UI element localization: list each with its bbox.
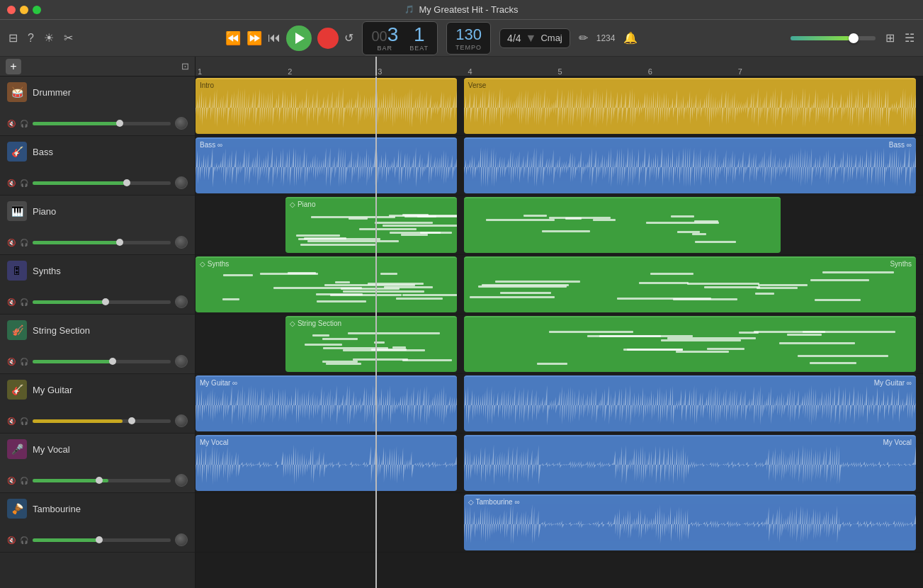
clip[interactable]: Synths: [464, 256, 916, 312]
headphones-button[interactable]: 🎧: [20, 536, 28, 544]
track-row-3[interactable]: ◇ SynthsSynths: [196, 255, 923, 315]
scissors-icon[interactable]: ✂: [64, 31, 73, 45]
master-volume-slider[interactable]: [791, 36, 876, 40]
add-track-button[interactable]: +: [6, 59, 21, 74]
clip-label: My Vocal: [883, 439, 912, 446]
track-row-2[interactable]: ◇ Piano: [196, 196, 923, 255]
play-button[interactable]: [286, 26, 312, 51]
mute-button[interactable]: 🔇: [7, 417, 16, 425]
tempo-display[interactable]: 130 TEMPO: [446, 22, 491, 55]
track-fader[interactable]: [33, 181, 171, 185]
track-icon: 🎸: [7, 142, 27, 162]
track-item-drummer: 🥁 Drummer 🔇 🎧: [0, 77, 195, 136]
track-icon: 🎹: [7, 201, 27, 221]
time-signature-display[interactable]: 4/4 ▼ Cmaj: [499, 28, 570, 48]
clip[interactable]: Bass ∞: [196, 137, 457, 193]
tuner-icon[interactable]: 1234: [596, 33, 616, 43]
pan-knob[interactable]: [175, 533, 188, 546]
fast-forward-button[interactable]: ⏩: [247, 30, 262, 46]
pencil-icon[interactable]: ✏: [579, 31, 588, 45]
track-controls: 🔇 🎧: [7, 176, 188, 189]
volume-thumb[interactable]: [849, 33, 859, 43]
metronome-icon[interactable]: 🔔: [623, 31, 638, 45]
track-controls: 🔇 🎧: [7, 236, 188, 249]
headphones-button[interactable]: 🎧: [20, 477, 28, 485]
ruler-mark: 5: [556, 67, 562, 76]
clip[interactable]: My Vocal: [196, 435, 457, 491]
clip[interactable]: ◇ String Section: [285, 316, 457, 372]
track-fader[interactable]: [33, 479, 171, 482]
track-item-my-guitar: 🎸 My Guitar 🔇 🎧: [0, 374, 195, 434]
library-icon[interactable]: ⊟: [9, 31, 18, 45]
headphones-button[interactable]: 🎧: [20, 417, 28, 425]
mute-button[interactable]: 🔇: [7, 239, 16, 247]
mixer-icon[interactable]: ⊞: [885, 31, 895, 45]
clip[interactable]: ◇ Synths: [196, 256, 457, 312]
clip[interactable]: ◇ Tambourine ∞: [464, 494, 916, 550]
record-button[interactable]: [317, 28, 339, 49]
clip[interactable]: ◇ Piano: [285, 197, 457, 253]
transport-controls: ⏪ ⏩ ⏮ ↺: [225, 26, 353, 51]
pan-knob[interactable]: [175, 295, 188, 308]
clip[interactable]: Verse: [464, 78, 916, 134]
track-fader[interactable]: [33, 241, 171, 244]
clip-label: ◇ Piano: [290, 200, 315, 208]
pan-knob[interactable]: [175, 117, 188, 130]
headphones-button[interactable]: 🎧: [20, 120, 28, 128]
pan-knob[interactable]: [175, 474, 188, 487]
track-row-7[interactable]: ◇ Tambourine ∞: [196, 493, 923, 553]
track-name-row: 🎸 Bass: [7, 142, 188, 162]
pan-knob[interactable]: [175, 355, 188, 368]
maximize-button[interactable]: [33, 6, 41, 14]
track-name: Piano: [33, 206, 56, 217]
track-item-synths: 🎛 Synths 🔇 🎧: [0, 255, 195, 315]
loop-button[interactable]: ↺: [344, 31, 353, 45]
beat-display: 1 BEAT: [409, 25, 429, 52]
track-list-options[interactable]: ⊡: [181, 61, 189, 72]
mute-button[interactable]: 🔇: [7, 179, 16, 187]
track-row-1[interactable]: Bass ∞Bass ∞: [196, 136, 923, 196]
timeline-ruler: 1234567: [196, 57, 923, 77]
playhead: [375, 57, 377, 76]
ruler-number: 4: [465, 67, 472, 76]
track-row-5[interactable]: My Guitar ∞My Guitar ∞: [196, 374, 923, 434]
mute-button[interactable]: 🔇: [7, 477, 16, 485]
pan-knob[interactable]: [175, 176, 188, 189]
smartcontrols-icon[interactable]: ☀: [44, 31, 54, 45]
clip[interactable]: My Guitar ∞: [196, 375, 457, 431]
track-row-4[interactable]: ◇ String Section: [196, 315, 923, 374]
pan-knob[interactable]: [175, 414, 188, 427]
headphones-button[interactable]: 🎧: [20, 179, 28, 187]
track-fader[interactable]: [33, 300, 171, 304]
clip[interactable]: Bass ∞: [464, 137, 916, 193]
to-start-button[interactable]: ⏮: [268, 30, 281, 45]
ruler-mark: 6: [646, 67, 652, 76]
clip-label: Bass ∞: [889, 141, 912, 149]
clip[interactable]: Intro: [196, 78, 457, 134]
help-icon[interactable]: ?: [28, 32, 34, 45]
track-row-6[interactable]: My VocalMy Vocal: [196, 434, 923, 493]
mute-button[interactable]: 🔇: [7, 298, 16, 306]
track-row-0[interactable]: IntroVerse: [196, 77, 923, 136]
minimize-button[interactable]: [20, 6, 28, 14]
close-button[interactable]: [7, 6, 16, 14]
mute-button[interactable]: 🔇: [7, 536, 16, 544]
editor-icon[interactable]: ☵: [905, 31, 914, 45]
track-fader[interactable]: [33, 122, 171, 125]
headphones-button[interactable]: 🎧: [20, 298, 28, 306]
pan-knob[interactable]: [175, 236, 188, 249]
track-fader[interactable]: [33, 419, 171, 423]
clip[interactable]: [464, 197, 781, 253]
track-item-string-section: 🎻 String Section 🔇 🎧: [0, 315, 195, 374]
clip[interactable]: My Vocal: [464, 435, 916, 491]
headphones-button[interactable]: 🎧: [20, 239, 28, 247]
mute-button[interactable]: 🔇: [7, 358, 16, 366]
rewind-button[interactable]: ⏪: [225, 30, 241, 46]
mute-button[interactable]: 🔇: [7, 120, 16, 128]
track-fader[interactable]: [33, 360, 171, 363]
track-item-tambourine: 🪘 Tambourine 🔇 🎧: [0, 493, 195, 553]
clip[interactable]: My Guitar ∞: [464, 375, 916, 431]
clip[interactable]: [464, 316, 916, 372]
track-fader[interactable]: [33, 538, 171, 542]
headphones-button[interactable]: 🎧: [20, 358, 28, 366]
